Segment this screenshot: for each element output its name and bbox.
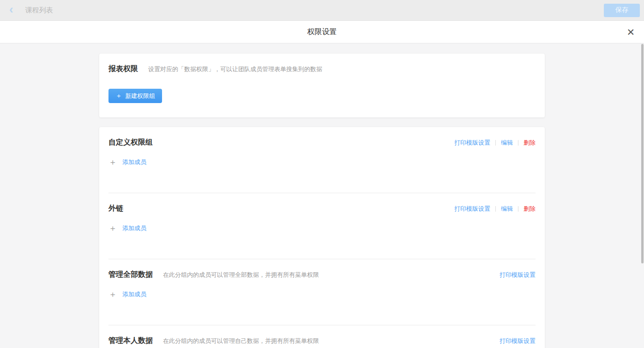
scrollbar-thumb[interactable] <box>641 44 644 263</box>
divider <box>495 206 496 212</box>
group-name: 外链 <box>108 204 123 214</box>
print-template-settings-link[interactable]: 打印模版设置 <box>454 139 490 147</box>
add-member-label: 添加成员 <box>122 224 146 232</box>
print-template-settings-link[interactable]: 打印模版设置 <box>500 271 536 279</box>
permission-group-row-external-link: 外链 打印模版设置 编辑 删除 ＋ 添加成员 <box>108 193 536 259</box>
new-permission-group-label: 新建权限组 <box>125 92 155 100</box>
report-permission-header: 报表权限 设置对应的「数据权限」，可以让团队成员管理表单搜集到的数据 <box>108 64 536 74</box>
page-title: 课程列表 <box>25 6 53 15</box>
close-icon[interactable]: ✕ <box>626 27 635 37</box>
delete-link[interactable]: 删除 <box>524 205 536 213</box>
permission-group-row-manage-own-data: 管理本人数据 在此分组内的成员可以管理自己数据，并拥有所有菜单权限 打印模版设置 <box>108 325 536 348</box>
topbar: ‹ 课程列表 保存 <box>0 0 644 21</box>
group-header: 自定义权限组 打印模版设置 编辑 删除 <box>108 138 536 147</box>
group-actions: 打印模版设置 编辑 删除 <box>454 139 536 147</box>
add-member-button[interactable]: ＋ 添加成员 <box>108 224 146 232</box>
report-permission-description: 设置对应的「数据权限」，可以让团队成员管理表单搜集到的数据 <box>148 65 322 73</box>
group-actions: 打印模版设置 <box>500 271 536 279</box>
back-chevron-icon[interactable]: ‹ <box>9 3 13 15</box>
plus-icon: ＋ <box>108 225 117 232</box>
group-actions: 打印模版设置 编辑 删除 <box>454 205 536 213</box>
edit-link[interactable]: 编辑 <box>501 205 513 213</box>
edit-link[interactable]: 编辑 <box>501 139 513 147</box>
group-name: 管理全部数据 <box>108 270 153 280</box>
report-permission-title: 报表权限 <box>108 64 138 74</box>
add-member-button[interactable]: ＋ 添加成员 <box>108 290 146 299</box>
report-permission-card: 报表权限 设置对应的「数据权限」，可以让团队成员管理表单搜集到的数据 ＋ 新建权… <box>99 54 545 117</box>
new-permission-group-button[interactable]: ＋ 新建权限组 <box>108 89 162 103</box>
group-description: 在此分组内的成员可以管理自己数据，并拥有所有菜单权限 <box>163 337 319 345</box>
group-name: 管理本人数据 <box>108 336 153 346</box>
group-actions: 打印模版设置 <box>500 337 536 345</box>
permission-groups-card: 自定义权限组 打印模版设置 编辑 删除 ＋ 添加成员 外链 打印模版设置 <box>99 127 545 348</box>
modal-content: 报表权限 设置对应的「数据权限」，可以让团队成员管理表单搜集到的数据 ＋ 新建权… <box>0 43 644 348</box>
group-header: 管理全部数据 在此分组内的成员可以管理全部数据，并拥有所有菜单权限 打印模版设置 <box>108 270 536 280</box>
permission-group-row-manage-all-data: 管理全部数据 在此分组内的成员可以管理全部数据，并拥有所有菜单权限 打印模版设置… <box>108 259 536 325</box>
group-header: 管理本人数据 在此分组内的成员可以管理自己数据，并拥有所有菜单权限 打印模版设置 <box>108 336 536 346</box>
divider <box>495 140 496 146</box>
save-button[interactable]: 保存 <box>604 4 640 17</box>
add-member-label: 添加成员 <box>122 290 146 299</box>
group-header: 外链 打印模版设置 编辑 删除 <box>108 204 536 214</box>
print-template-settings-link[interactable]: 打印模版设置 <box>500 337 536 345</box>
topbar-left: ‹ 课程列表 <box>9 5 53 15</box>
plus-icon: ＋ <box>108 159 117 166</box>
delete-link[interactable]: 删除 <box>524 139 536 147</box>
add-member-button[interactable]: ＋ 添加成员 <box>108 158 146 166</box>
add-member-label: 添加成员 <box>122 158 146 166</box>
group-description: 在此分组内的成员可以管理全部数据，并拥有所有菜单权限 <box>163 271 319 279</box>
permission-group-row-custom: 自定义权限组 打印模版设置 编辑 删除 ＋ 添加成员 <box>108 127 536 193</box>
plus-icon: ＋ <box>115 92 122 100</box>
divider <box>518 206 518 212</box>
modal-title: 权限设置 <box>307 27 337 37</box>
print-template-settings-link[interactable]: 打印模版设置 <box>454 205 490 213</box>
plus-icon: ＋ <box>108 291 117 298</box>
divider <box>518 140 518 146</box>
modal-header: 权限设置 ✕ <box>0 21 644 43</box>
group-name: 自定义权限组 <box>108 138 153 147</box>
